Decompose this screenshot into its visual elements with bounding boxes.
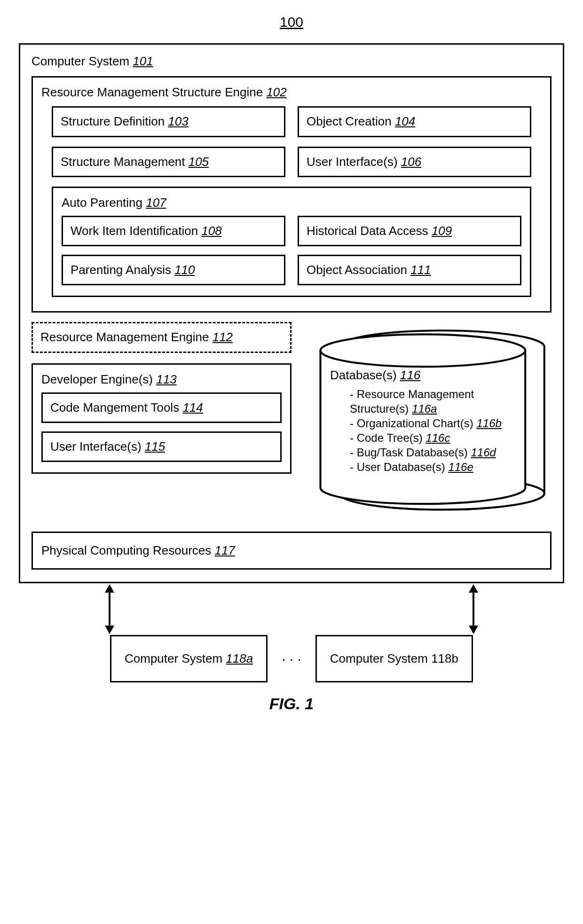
ref: 116b xyxy=(476,417,501,430)
ref: 113 xyxy=(156,372,176,386)
text: User Interface(s) xyxy=(307,155,398,169)
databases-list: - Resource Management Structure(s) 116a … xyxy=(330,388,533,474)
text: Work Item Identification xyxy=(71,224,198,238)
rms-engine-label: Resource Management Structure Engine 102 xyxy=(41,85,542,100)
svg-marker-4 xyxy=(105,584,114,593)
text: Structure Definition xyxy=(61,114,165,128)
text: Physical Computing Resources xyxy=(41,543,211,557)
ref: 114 xyxy=(182,400,203,415)
ref: 102 xyxy=(266,85,286,99)
ref: 116e xyxy=(448,461,473,473)
ref: 104 xyxy=(395,114,415,128)
ref: 103 xyxy=(168,114,188,128)
text: Object Association xyxy=(307,263,407,277)
text: Computer System xyxy=(32,54,129,68)
ref: 112 xyxy=(213,330,233,344)
code-management-tools-114: Code Mangement Tools 114 xyxy=(41,392,282,423)
text: Developer Engine(s) xyxy=(41,372,153,386)
ref: 107 xyxy=(146,196,166,210)
databases-116: Database(s) 116 - Resource Management St… xyxy=(304,322,551,522)
object-association-111: Object Association 111 xyxy=(298,255,521,285)
ellipsis: · · · xyxy=(282,651,301,667)
double-arrow-icon xyxy=(459,583,488,635)
svg-marker-7 xyxy=(469,584,478,593)
computer-system-101-label: Computer System 101 xyxy=(32,54,551,69)
object-creation-104: Object Creation 104 xyxy=(298,106,531,137)
ref: 118a xyxy=(226,651,253,666)
physical-computing-resources-117: Physical Computing Resources 117 xyxy=(32,532,551,570)
figure-number: 100 xyxy=(19,14,564,30)
ref: 108 xyxy=(201,224,221,238)
svg-marker-5 xyxy=(105,626,114,634)
ref: 115 xyxy=(145,439,165,454)
text: Structure Management xyxy=(61,155,185,169)
developer-engines-label: Developer Engine(s) 113 xyxy=(41,372,282,387)
resource-management-engine-112: Resource Management Engine 112 xyxy=(32,322,292,352)
db-ellipsis: . . . xyxy=(304,499,551,514)
ref: 109 xyxy=(432,224,452,238)
text: Parenting Analysis xyxy=(71,263,171,277)
computer-system-101: Computer System 101 Resource Management … xyxy=(19,43,564,583)
ref: 111 xyxy=(410,263,431,277)
ref: 116a xyxy=(412,402,437,415)
ref: 106 xyxy=(401,155,421,169)
computer-system-118b: Computer System 118b xyxy=(315,635,473,682)
ref: 117 xyxy=(215,543,235,557)
historical-data-access-109: Historical Data Access 109 xyxy=(298,216,521,246)
text: Computer System xyxy=(125,651,222,666)
text: User Interface(s) xyxy=(50,439,142,454)
auto-parenting-label: Auto Parenting 107 xyxy=(62,196,521,210)
text: Historical Data Access xyxy=(307,224,428,238)
text: Database(s) xyxy=(330,368,397,382)
figure-caption: FIG. 1 xyxy=(19,695,564,713)
text: Object Creation xyxy=(307,114,392,128)
text: Code Mangement Tools xyxy=(50,400,179,415)
text: - Code Tree(s) xyxy=(350,431,423,444)
computer-system-118a: Computer System 118a xyxy=(110,635,268,682)
ref: 105 xyxy=(189,155,209,169)
text: Auto Parenting xyxy=(62,196,142,210)
auto-parenting-107: Auto Parenting 107 Work Item Identificat… xyxy=(52,187,531,298)
ref: 110 xyxy=(174,263,195,277)
text: - Organizational Chart(s) xyxy=(350,417,473,430)
ref: 116 xyxy=(400,368,420,382)
user-interfaces-106: User Interface(s) 106 xyxy=(298,147,531,177)
structure-management-105: Structure Management 105 xyxy=(52,147,285,177)
ref: 116c xyxy=(425,431,450,444)
databases-label: Database(s) 116 xyxy=(330,368,533,383)
work-item-identification-108: Work Item Identification 108 xyxy=(62,216,285,246)
text: - Bug/Task Database(s) xyxy=(350,446,468,459)
user-interfaces-115: User Interface(s) 115 xyxy=(41,431,282,462)
structure-definition-103: Structure Definition 103 xyxy=(52,106,285,137)
text: Resource Management Structure Engine xyxy=(41,85,263,99)
text: Resource Management Engine xyxy=(40,330,209,344)
text: - Resource Management xyxy=(350,388,474,400)
svg-point-2 xyxy=(320,335,525,367)
svg-marker-8 xyxy=(469,626,478,634)
ref: 101 xyxy=(133,54,153,68)
developer-engines-113: Developer Engine(s) 113 Code Mangement T… xyxy=(32,363,292,474)
ref: 116d xyxy=(471,446,496,459)
text: Computer System 118b xyxy=(330,651,458,666)
text: Structure(s) xyxy=(350,402,409,415)
parenting-analysis-110: Parenting Analysis 110 xyxy=(62,255,285,285)
double-arrow-icon xyxy=(95,583,124,635)
text: - User Database(s) xyxy=(350,461,445,473)
rms-engine-102: Resource Management Structure Engine 102… xyxy=(32,76,551,313)
